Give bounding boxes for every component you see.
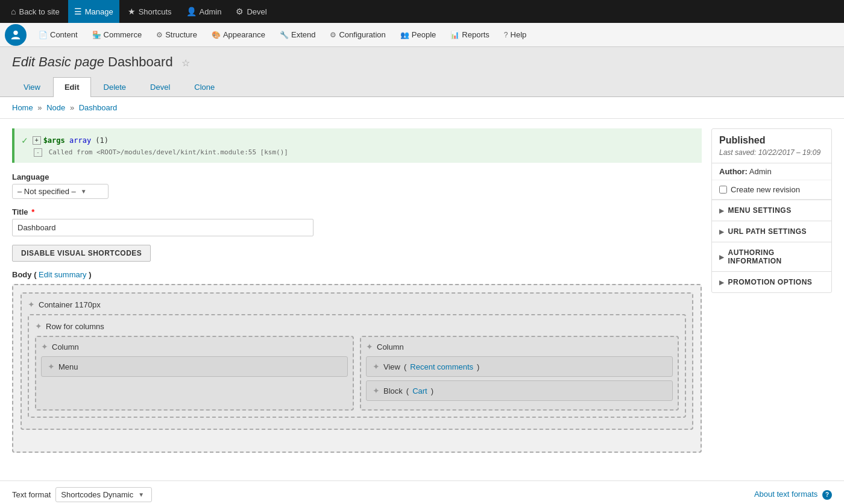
about-text-formats-link[interactable]: About text formats — [754, 490, 818, 499]
sidebar-url-path-header[interactable]: ▶ URL PATH SETTINGS — [712, 221, 831, 242]
text-format-bar: Text format Shortcodes Dynamic ▼ About t… — [0, 480, 844, 504]
promotion-arrow: ▶ — [719, 279, 725, 286]
tab-view[interactable]: View — [12, 77, 52, 96]
revision-checkbox-input[interactable] — [719, 186, 727, 194]
drag-handle-row[interactable]: ✦ — [35, 321, 42, 331]
builder-col1-menu: ✦ Menu — [41, 356, 348, 377]
nav-structure[interactable]: ⚙ Structure — [149, 23, 204, 47]
language-label: Language — [12, 172, 702, 181]
admin-link[interactable]: 👤 Admin — [180, 0, 228, 23]
text-format-label: Text format — [12, 490, 51, 499]
builder-row-label: ✦ Row for columns — [35, 321, 679, 331]
nav-commerce[interactable]: 🏪 Commerce — [85, 23, 150, 47]
nav-reports[interactable]: 📊 Reports — [443, 23, 497, 47]
breadcrumb-node[interactable]: Node — [46, 103, 65, 112]
home-icon: ⌂ — [11, 7, 16, 16]
nav-bar: 📄 Content 🏪 Commerce ⚙ Structure 🎨 Appea… — [0, 23, 844, 47]
breadcrumb-home[interactable]: Home — [12, 103, 33, 112]
page-header: Edit Basic page Dashboard ☆ — [0, 47, 844, 70]
nav-appearance[interactable]: 🎨 Appearance — [204, 23, 272, 47]
text-format-select[interactable]: Shortcodes Dynamic ▼ — [55, 487, 152, 502]
reports-icon: 📊 — [450, 31, 459, 39]
commerce-icon: 🏪 — [92, 31, 101, 39]
person-icon: 👤 — [186, 7, 197, 16]
edit-summary-link[interactable]: Edit summary — [39, 270, 86, 279]
menu-settings-arrow: ▶ — [719, 207, 725, 214]
select-arrow-icon: ▼ — [81, 188, 87, 195]
body-field-group: Body ( Edit summary ) ✦ Container 1170px — [12, 270, 702, 453]
drag-handle-col2[interactable]: ✦ — [366, 342, 373, 351]
tab-devel[interactable]: Devel — [139, 77, 181, 96]
disable-shortcodes-button[interactable]: DISABLE VISUAL SHORTCODES — [12, 245, 151, 262]
main-content: ✓ + $args array (1) - Called from <ROOT>… — [0, 119, 844, 480]
language-select[interactable]: – Not specified – ▼ — [12, 184, 109, 199]
devel-link[interactable]: ⚙ Devel — [230, 0, 272, 23]
visual-builder: ✦ Container 1170px ✦ Row for columns — [12, 284, 702, 453]
sidebar-published-header: Published Last saved: 10/22/2017 – 19:09 — [712, 129, 831, 163]
builder-col2-view: ✦ View ( Recent comments ) — [366, 356, 673, 377]
tab-edit[interactable]: Edit — [53, 77, 91, 97]
menu-icon: ☰ — [74, 7, 82, 16]
builder-container-1170: ✦ Container 1170px ✦ Row for columns — [20, 292, 693, 430]
view-recent-comments-link[interactable]: Recent comments — [410, 362, 473, 371]
body-label: Body ( Edit summary ) — [12, 270, 702, 279]
builder-columns: ✦ Column ✦ Menu — [35, 336, 679, 411]
drag-handle-col1[interactable]: ✦ — [41, 342, 48, 351]
title-label: Title * — [12, 207, 702, 216]
builder-container-label: ✦ Container 1170px — [28, 300, 686, 309]
text-format-right: About text formats ? — [754, 490, 832, 500]
builder-col-1: ✦ Column ✦ Menu — [35, 336, 354, 411]
drag-handle-block[interactable]: ✦ — [373, 386, 380, 395]
builder-col-2: ✦ Column ✦ View ( Recent comments ) — [360, 336, 679, 411]
admin-bar: ⌂ Back to site ☰ Manage ★ Shortcuts 👤 Ad… — [0, 0, 844, 23]
sidebar-promotion-options-header[interactable]: ▶ PROMOTION OPTIONS — [712, 272, 831, 292]
nav-help[interactable]: ? Help — [497, 23, 534, 47]
manage-link[interactable]: ☰ Manage — [68, 0, 119, 23]
title-field-group: Title * — [12, 207, 702, 236]
drag-handle-menu[interactable]: ✦ — [48, 362, 55, 371]
breadcrumb: Home » Node » Dashboard — [0, 97, 844, 119]
block-cart-link[interactable]: Cart — [412, 386, 427, 395]
people-icon: 👥 — [400, 31, 409, 39]
extend-icon: 🔧 — [280, 31, 289, 39]
nav-content[interactable]: 📄 Content — [31, 23, 85, 47]
sidebar-authoring-info: ▶ AUTHORING INFORMATION — [712, 242, 831, 271]
debug-expand-btn[interactable]: + — [33, 136, 41, 145]
tab-delete[interactable]: Delete — [92, 77, 138, 96]
site-logo[interactable] — [5, 24, 27, 46]
authoring-arrow: ▶ — [719, 254, 725, 260]
sidebar-box: Published Last saved: 10/22/2017 – 19:09… — [711, 128, 832, 293]
sidebar-last-saved: Last saved: 10/22/2017 – 19:09 — [719, 148, 824, 157]
help-icon: ? — [504, 31, 508, 39]
nav-configuration[interactable]: ⚙ Configuration — [323, 23, 392, 47]
gear-icon: ⚙ — [236, 7, 244, 16]
sidebar-revision-checkbox: Create new revision — [712, 180, 831, 200]
title-input[interactable] — [12, 219, 313, 236]
url-path-arrow: ▶ — [719, 228, 725, 235]
builder-col2-label: ✦ Column — [366, 342, 673, 351]
debug-var-count: (1) — [95, 136, 109, 145]
appearance-icon: 🎨 — [212, 31, 221, 39]
back-to-site-link[interactable]: ⌂ Back to site — [5, 0, 66, 23]
nav-extend[interactable]: 🔧 Extend — [272, 23, 323, 47]
drag-handle-view[interactable]: ✦ — [373, 362, 380, 371]
sidebar-menu-settings: ▶ MENU SETTINGS — [712, 200, 831, 221]
sidebar-authoring-info-header[interactable]: ▶ AUTHORING INFORMATION — [712, 242, 831, 271]
drag-handle-container[interactable]: ✦ — [28, 300, 35, 309]
shortcuts-link[interactable]: ★ Shortcuts — [122, 0, 178, 23]
debug-sub-expand[interactable]: - — [34, 148, 42, 157]
debug-block: ✓ + $args array (1) - Called from <ROOT>… — [12, 128, 702, 163]
revision-checkbox-label: Create new revision — [731, 185, 800, 194]
favorite-star[interactable]: ☆ — [181, 58, 190, 68]
breadcrumb-dashboard[interactable]: Dashboard — [79, 103, 118, 112]
nav-people[interactable]: 👥 People — [393, 23, 443, 47]
builder-col2-block: ✦ Block ( Cart ) — [366, 380, 673, 401]
tab-clone[interactable]: Clone — [183, 77, 226, 96]
builder-row-columns: ✦ Row for columns ✦ Column — [28, 314, 686, 418]
content-left: ✓ + $args array (1) - Called from <ROOT>… — [12, 128, 702, 471]
help-circle-icon[interactable]: ? — [822, 490, 832, 500]
text-format-left: Text format Shortcodes Dynamic ▼ — [12, 487, 152, 502]
tab-bar: View Edit Delete Devel Clone — [0, 77, 844, 97]
debug-var-name: $args — [43, 136, 65, 145]
sidebar-menu-settings-header[interactable]: ▶ MENU SETTINGS — [712, 200, 831, 221]
